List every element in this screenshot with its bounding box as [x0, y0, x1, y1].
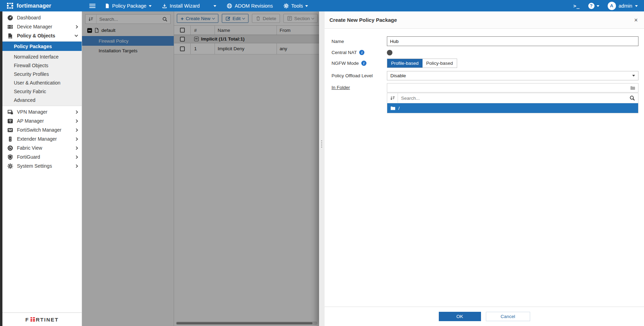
- modal-footer: OK Cancel: [325, 307, 644, 326]
- sidebar-item-dashboard[interactable]: Dashboard: [2, 13, 82, 22]
- folder-row-root[interactable]: /: [387, 103, 638, 113]
- name-label: Name: [332, 36, 387, 46]
- chevron-down-icon: [214, 5, 216, 7]
- install-wizard-dropdown[interactable]: [214, 5, 216, 7]
- chevron-down-icon: [305, 5, 308, 7]
- ngfw-mode-segmented-control: Profile-based Policy-based: [387, 59, 457, 68]
- document-icon: [105, 3, 110, 9]
- policy-offload-select[interactable]: Disable: [387, 71, 638, 80]
- chevron-right-icon: [75, 155, 78, 159]
- dashboard-icon: [7, 15, 13, 21]
- sidebar-item-fortiswitch-manager[interactable]: FortiSwitch Manager: [2, 125, 82, 134]
- user-menu[interactable]: A admin: [608, 2, 638, 10]
- brand: fortimanager: [7, 3, 89, 9]
- policy-objects-submenu: Policy Packages Normalized Interface Fir…: [2, 41, 82, 106]
- sidebar-item-policy-packages[interactable]: Policy Packages: [2, 42, 82, 51]
- modal-body: Name Central NAT i NGFW Mode i: [325, 29, 644, 307]
- extender-manager-icon: [7, 136, 13, 142]
- globe-icon: [227, 3, 232, 9]
- close-icon[interactable]: ×: [634, 17, 638, 23]
- sidebar-item-device-manager[interactable]: Device Manager: [2, 22, 82, 31]
- modal-dim-overlay: [82, 11, 319, 326]
- sort-button[interactable]: [387, 93, 398, 103]
- ngfw-profile-based-option[interactable]: Profile-based: [387, 59, 423, 68]
- menu-policy-package[interactable]: Policy Package: [105, 3, 152, 9]
- content-region: default Firewall Policy Installation Tar…: [82, 11, 319, 326]
- sidebar-item-ap-manager[interactable]: AP Manager: [2, 116, 82, 125]
- folder-search-bar: [387, 93, 638, 103]
- sidebar-item-fortiguard[interactable]: FortiGuard: [2, 152, 82, 161]
- central-nat-label: Central NAT i: [332, 50, 387, 55]
- cancel-button[interactable]: Cancel: [486, 312, 530, 321]
- ngfw-mode-label: NGFW Mode i: [332, 59, 387, 68]
- left-sidebar: Dashboard Device Manager Policy & Object…: [0, 11, 82, 326]
- menu-install-wizard[interactable]: Install Wizard: [162, 3, 200, 9]
- folder-icon: [390, 106, 396, 111]
- modal-title: Create New Policy Package: [329, 17, 397, 23]
- ap-manager-icon: [7, 118, 13, 124]
- folder-path: /: [398, 106, 400, 111]
- sidebar-item-fabric-view[interactable]: Fabric View: [2, 143, 82, 152]
- chevron-down-icon: [597, 5, 599, 7]
- fortinet-wordmark: F RTINET: [25, 317, 58, 323]
- device-manager-icon: [7, 24, 13, 30]
- chevron-right-icon: [75, 110, 78, 114]
- sidebar-item-system-settings[interactable]: System Settings: [2, 161, 82, 170]
- sidebar-item-firewall-objects[interactable]: Firewall Objects: [2, 61, 82, 70]
- chevron-right-icon: [75, 128, 78, 132]
- fortinet-logo-icon: [7, 3, 13, 9]
- create-policy-package-modal: Create New Policy Package × Name Central…: [319, 11, 644, 326]
- modal-header: Create New Policy Package ×: [325, 11, 644, 29]
- in-folder-input[interactable]: [387, 83, 638, 92]
- sidebar-item-extender-manager[interactable]: Extender Manager: [2, 134, 82, 143]
- fabric-view-icon: [7, 145, 13, 151]
- new-folder-icon[interactable]: [630, 86, 635, 90]
- avatar: A: [608, 2, 616, 10]
- menu-adom-revisions[interactable]: ADOM Revisions: [227, 3, 273, 9]
- info-icon[interactable]: i: [359, 50, 364, 55]
- chevron-right-icon: [75, 137, 78, 141]
- toggle-knob: [387, 50, 392, 55]
- in-folder-label[interactable]: In Folder: [332, 83, 387, 113]
- panel-resize-gutter[interactable]: [319, 11, 325, 326]
- policy-offload-value: Disable: [390, 73, 406, 78]
- name-input[interactable]: [387, 36, 638, 46]
- folder-picker: /: [387, 93, 638, 113]
- chevron-down-icon: [635, 5, 638, 7]
- help-menu[interactable]: ?: [588, 3, 599, 9]
- ok-button[interactable]: OK: [439, 312, 481, 321]
- policy-offload-label: Policy Offload Level: [332, 71, 387, 80]
- username: admin: [619, 3, 633, 9]
- chevron-right-icon: [75, 164, 78, 168]
- chevron-down-icon: [75, 34, 78, 37]
- settings-gear-icon: [7, 163, 13, 169]
- sidebar-item-security-profiles[interactable]: Security Profiles: [2, 70, 82, 78]
- sidebar-item-vpn-manager[interactable]: VPN Manager: [2, 107, 82, 116]
- vpn-manager-icon: [7, 109, 13, 115]
- folder-search-input[interactable]: [398, 96, 629, 101]
- sidebar-dark-strip: [0, 11, 2, 326]
- sidebar-item-normalized-interface[interactable]: Normalized Interface: [2, 52, 82, 61]
- info-icon[interactable]: i: [361, 61, 366, 66]
- sidebar-item-advanced[interactable]: Advanced: [2, 96, 82, 104]
- chevron-right-icon: [75, 119, 78, 123]
- cli-console-icon[interactable]: >_: [573, 3, 580, 9]
- help-icon: ?: [588, 3, 595, 9]
- sidebar-item-security-fabric[interactable]: Security Fabric: [2, 87, 82, 96]
- chevron-right-icon: [75, 25, 78, 28]
- sidebar-item-policy-objects[interactable]: Policy & Objects: [2, 31, 82, 40]
- ngfw-policy-based-option[interactable]: Policy-based: [423, 59, 457, 68]
- chevron-down-icon: [632, 75, 635, 77]
- search-icon[interactable]: [629, 95, 635, 101]
- download-icon: [162, 3, 167, 9]
- gear-icon: [283, 3, 289, 9]
- sidebar-item-user-authentication[interactable]: User & Authentication: [2, 78, 82, 87]
- fortiguard-icon: [7, 154, 13, 160]
- brand-name: fortimanager: [17, 3, 51, 9]
- hamburger-menu-icon[interactable]: [89, 4, 96, 8]
- top-navigation-bar: fortimanager Policy Package Install Wiza…: [0, 0, 644, 11]
- drag-handle-icon: [321, 140, 322, 148]
- menu-tools[interactable]: Tools: [283, 3, 308, 9]
- sort-icon: [390, 96, 395, 101]
- chevron-down-icon: [149, 5, 152, 7]
